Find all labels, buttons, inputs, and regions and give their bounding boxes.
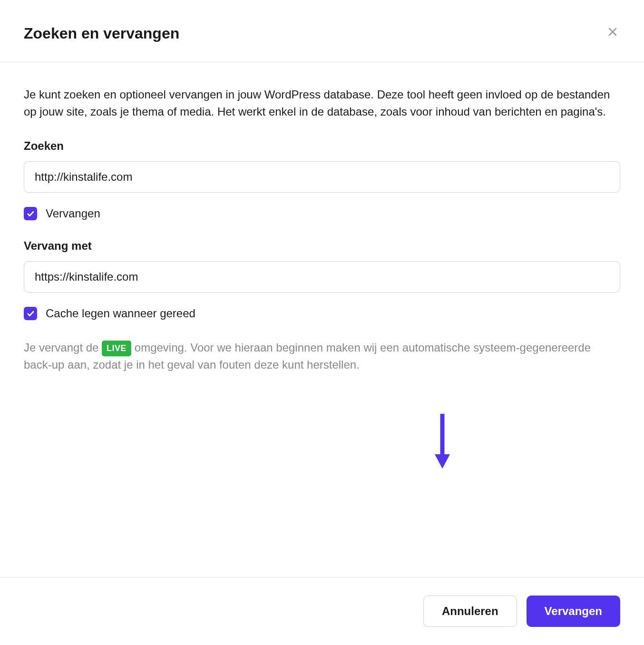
replace-checkbox-row: Vervangen [24,207,620,220]
modal-body: Je kunt zoeken en optioneel vervangen in… [0,62,644,383]
replace-with-label: Vervang met [24,239,620,253]
submit-button[interactable]: Vervangen [527,596,620,627]
info-text: Je vervangt de LIVE omgeving. Voor we hi… [24,339,620,373]
cancel-button[interactable]: Annuleren [423,596,517,627]
arrow-down-icon [433,414,452,470]
replace-with-input[interactable] [24,261,620,293]
close-icon[interactable] [605,24,620,43]
search-field-group: Zoeken [24,139,620,193]
svg-marker-3 [435,454,450,469]
search-input[interactable] [24,161,620,193]
modal-description: Je kunt zoeken en optioneel vervangen in… [24,86,620,120]
modal-title: Zoeken en vervangen [24,25,179,42]
clear-cache-checkbox-row: Cache legen wanneer gereed [24,307,620,320]
replace-checkbox[interactable] [24,207,37,220]
replace-with-field-group: Vervang met [24,239,620,293]
replace-checkbox-label: Vervangen [46,207,100,220]
info-text-before: Je vervangt de [24,341,102,354]
clear-cache-checkbox-label: Cache legen wanneer gereed [46,307,195,320]
modal-footer: Annuleren Vervangen [0,577,644,645]
live-badge: LIVE [102,341,131,356]
clear-cache-checkbox[interactable] [24,307,37,320]
modal-header: Zoeken en vervangen [0,0,644,62]
search-label: Zoeken [24,139,620,153]
